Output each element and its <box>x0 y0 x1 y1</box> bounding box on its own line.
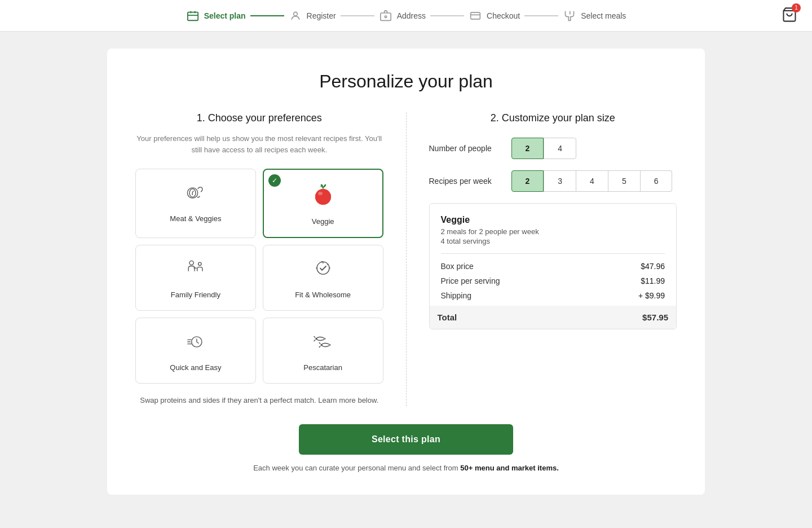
box-price-label: Box price <box>441 262 474 271</box>
select-plan-button[interactable]: Select this plan <box>299 424 513 455</box>
svg-point-12 <box>198 262 201 266</box>
step-register[interactable]: Register <box>289 9 336 23</box>
total-value: $57.95 <box>642 313 668 322</box>
preferences-section: 1. Choose your preferences Your preferen… <box>135 112 407 406</box>
pescatarian-icon <box>311 329 336 358</box>
people-btn-group: 2 4 <box>511 138 577 159</box>
per-serving-label: Price per serving <box>441 276 500 285</box>
section1-title: 1. Choose your preferences <box>135 112 383 124</box>
plan-card: Personalize your plan 1. Choose your pre… <box>107 49 705 495</box>
shipping-label: Shipping <box>441 291 472 300</box>
recipes-option-row: Recipes per week 2 3 4 5 6 <box>429 170 677 192</box>
pref-fit-wholesome[interactable]: Fit & Wholesome <box>263 245 383 311</box>
svg-point-10 <box>318 192 323 195</box>
section2-title: 2. Customize your plan size <box>429 112 677 124</box>
people-option-row: Number of people 2 4 <box>429 138 677 159</box>
plan-detail-title: Veggie <box>441 215 665 225</box>
svg-point-1 <box>293 12 297 16</box>
section1-subtitle: Your preferences will help us show you t… <box>135 133 383 155</box>
register-icon <box>289 9 302 23</box>
plan-icon <box>186 9 200 23</box>
swap-note: Swap proteins and sides if they aren't a… <box>135 395 383 406</box>
main-content: Personalize your plan 1. Choose your pre… <box>96 32 716 517</box>
svg-point-11 <box>189 261 193 265</box>
meat-veggies-icon <box>183 181 208 209</box>
people-label: Number of people <box>429 144 502 153</box>
svg-rect-4 <box>471 12 480 19</box>
nav-steps: Select plan Register Address <box>186 9 626 23</box>
total-row: Total $57.95 <box>430 306 677 329</box>
step-checkout-label: Checkout <box>487 11 520 20</box>
step-register-label: Register <box>307 11 336 20</box>
pref-veggie[interactable]: ✓ <box>263 169 383 238</box>
step-select-meals[interactable]: Select meals <box>563 9 626 23</box>
bottom-note: Each week you can curate your personal m… <box>135 464 677 472</box>
recipes-btn-group: 2 3 4 5 6 <box>511 170 673 192</box>
cart-count: 1 <box>792 3 801 12</box>
box-price-row: Box price $47.96 <box>441 262 665 271</box>
recipes-btn-3[interactable]: 3 <box>544 170 576 192</box>
pref-pescatarian[interactable]: Pescatarian <box>263 318 383 384</box>
pref-quick-easy-label: Quick and Easy <box>170 363 221 372</box>
meals-icon <box>563 9 576 23</box>
svg-point-3 <box>385 16 386 17</box>
pref-meat-veggies[interactable]: Meat & Veggies <box>135 169 256 238</box>
divider-4 <box>524 15 558 16</box>
svg-rect-2 <box>381 13 391 20</box>
preferences-grid: Meat & Veggies ✓ <box>135 169 383 384</box>
step-select-meals-label: Select meals <box>581 11 626 20</box>
total-label: Total <box>438 313 457 322</box>
recipes-btn-6[interactable]: 6 <box>641 170 673 192</box>
svg-point-16 <box>321 345 322 346</box>
divider-2 <box>341 15 374 16</box>
recipes-btn-5[interactable]: 5 <box>608 170 641 192</box>
step-select-plan[interactable]: Select plan <box>186 9 246 23</box>
selected-check-icon: ✓ <box>268 174 281 187</box>
divider-1 <box>250 15 284 16</box>
box-price-value: $47.96 <box>641 262 665 271</box>
pref-fit-wholesome-label: Fit & Wholesome <box>295 291 351 299</box>
checkout-icon <box>469 9 482 23</box>
pref-veggie-label: Veggie <box>312 217 334 226</box>
svg-rect-0 <box>187 12 197 20</box>
veggie-icon <box>310 181 337 212</box>
pref-pescatarian-label: Pescatarian <box>303 363 342 372</box>
pref-quick-easy[interactable]: Quick and Easy <box>135 318 256 384</box>
step-address[interactable]: Address <box>379 9 426 23</box>
select-btn-wrapper: Select this plan Each week you can curat… <box>135 424 677 472</box>
step-checkout[interactable]: Checkout <box>469 9 520 23</box>
pref-meat-veggies-label: Meat & Veggies <box>170 214 221 223</box>
plan-detail-meals: 2 meals for 2 people per week <box>441 227 665 236</box>
step-address-label: Address <box>397 11 426 20</box>
recipes-btn-4[interactable]: 4 <box>576 170 608 192</box>
detail-divider <box>441 253 665 254</box>
customize-section: 2. Customize your plan size Number of pe… <box>407 112 677 406</box>
pref-family-friendly-label: Family Friendly <box>171 291 220 299</box>
plan-detail-box: Veggie 2 meals for 2 people per week 4 t… <box>429 203 677 329</box>
people-btn-2[interactable]: 2 <box>511 138 544 159</box>
divider-3 <box>430 15 464 16</box>
people-btn-4[interactable]: 4 <box>544 138 576 159</box>
svg-point-9 <box>315 189 331 205</box>
two-column-layout: 1. Choose your preferences Your preferen… <box>135 112 677 406</box>
svg-point-15 <box>316 338 317 340</box>
address-icon <box>379 9 392 23</box>
pref-family-friendly[interactable]: Family Friendly <box>135 245 256 311</box>
step-select-plan-label: Select plan <box>204 11 246 20</box>
shipping-value: + $9.99 <box>638 291 665 300</box>
cart-badge: 1 <box>782 7 797 25</box>
recipes-btn-2[interactable]: 2 <box>511 170 544 192</box>
recipes-label: Recipes per week <box>429 177 502 186</box>
per-serving-value: $11.99 <box>641 276 665 285</box>
cart-button[interactable]: 1 <box>778 5 801 27</box>
plan-detail-servings: 4 total servings <box>441 237 665 245</box>
family-friendly-icon <box>183 257 208 285</box>
page-title: Personalize your plan <box>135 71 677 92</box>
shipping-row: Shipping + $9.99 <box>441 291 665 300</box>
header: Select plan Register Address <box>0 0 812 32</box>
fit-wholesome-icon <box>311 257 336 285</box>
svg-point-13 <box>317 262 329 274</box>
quick-easy-icon <box>183 329 208 358</box>
per-serving-row: Price per serving $11.99 <box>441 276 665 285</box>
